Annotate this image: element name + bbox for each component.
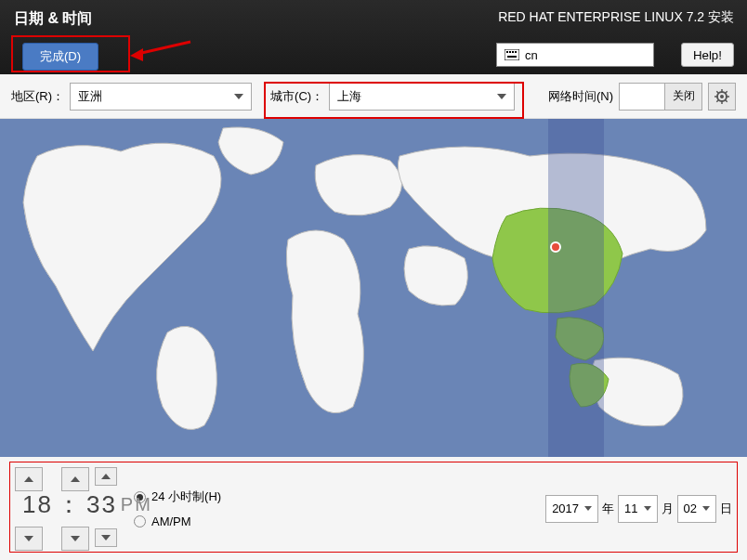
minute-up-button[interactable] <box>61 467 89 491</box>
triangle-down-icon <box>644 506 651 511</box>
svg-rect-0 <box>505 49 519 60</box>
gear-icon <box>714 89 729 104</box>
chevron-down-icon <box>234 94 243 99</box>
date-controls: 2017 年 11 月 02 日 <box>545 495 732 523</box>
city-label: 城市(C)： <box>270 88 323 105</box>
done-button[interactable]: 完成(D) <box>22 43 98 71</box>
datetime-bar: 18 ： 33 PM 24 小时制(H) AM/PM 2017 年 11 月 0… <box>0 457 747 560</box>
product-label: RED HAT ENTERPRISE LINUX 7.2 安装 <box>498 9 734 26</box>
month-suffix: 月 <box>662 501 674 517</box>
year-dropdown[interactable]: 2017 <box>545 495 598 523</box>
year-suffix: 年 <box>602 501 614 517</box>
world-map-svg <box>0 119 747 457</box>
timezone-highlight <box>548 119 604 457</box>
toggle-track <box>620 84 664 110</box>
ntp-settings-button[interactable] <box>708 83 736 111</box>
keyboard-layout: cn <box>525 48 538 62</box>
triangle-down-icon <box>702 506 710 511</box>
ntp-toggle[interactable]: 关闭 <box>619 83 702 111</box>
region-label: 地区(R)： <box>11 88 64 105</box>
header-bar: 日期 & 时间 完成(D) RED HAT ENTERPRISE LINUX 7… <box>0 0 747 74</box>
location-pin <box>550 241 561 253</box>
year-value: 2017 <box>552 501 579 515</box>
keyboard-icon <box>505 49 519 60</box>
chevron-down-icon <box>24 536 33 541</box>
svg-rect-2 <box>509 51 511 53</box>
chevron-up-icon <box>101 474 111 479</box>
keyboard-indicator[interactable]: cn <box>496 43 654 67</box>
ampm-down-button[interactable] <box>95 528 117 547</box>
day-value: 02 <box>684 501 697 515</box>
chevron-down-icon <box>71 536 80 541</box>
page-title: 日期 & 时间 <box>14 9 92 29</box>
region-dropdown[interactable]: 亚洲 <box>70 83 252 111</box>
help-button[interactable]: Help! <box>681 43 734 67</box>
time-separator: ： <box>57 488 83 521</box>
ampm-up-button[interactable] <box>95 467 117 486</box>
minute-down-button[interactable] <box>61 527 89 551</box>
hour-up-button[interactable] <box>15 467 43 491</box>
chevron-up-icon <box>71 476 80 482</box>
chevron-down-icon <box>497 94 506 99</box>
triangle-down-icon <box>584 506 592 511</box>
chevron-down-icon <box>101 535 111 540</box>
city-value: 上海 <box>337 88 361 105</box>
day-suffix: 日 <box>720 501 732 517</box>
day-dropdown[interactable]: 02 <box>677 495 716 523</box>
hour-down-button[interactable] <box>15 527 43 551</box>
svg-rect-5 <box>507 56 517 58</box>
ampm-value: PM <box>121 494 152 515</box>
format-24h-label: 24 小时制(H) <box>151 488 221 505</box>
selector-row: 地区(R)： 亚洲 城市(C)： 上海 网络时间(N) 关闭 <box>0 74 747 119</box>
month-value: 11 <box>624 501 637 515</box>
minute-value: 33 <box>86 490 117 519</box>
format-ampm-label: AM/PM <box>151 514 191 528</box>
svg-rect-3 <box>512 51 514 53</box>
time-display: 18 ： 33 PM <box>22 488 152 521</box>
timezone-map[interactable] <box>0 119 747 457</box>
svg-point-7 <box>720 95 724 98</box>
month-dropdown[interactable]: 11 <box>618 495 657 523</box>
ntp-label: 网络时间(N) <box>548 88 613 105</box>
chevron-up-icon <box>24 476 33 482</box>
city-dropdown[interactable]: 上海 <box>329 83 515 111</box>
svg-rect-1 <box>506 51 508 53</box>
svg-rect-4 <box>515 51 517 53</box>
toggle-off-label: 关闭 <box>664 84 701 110</box>
region-value: 亚洲 <box>78 88 102 105</box>
hour-value: 18 <box>22 490 53 519</box>
